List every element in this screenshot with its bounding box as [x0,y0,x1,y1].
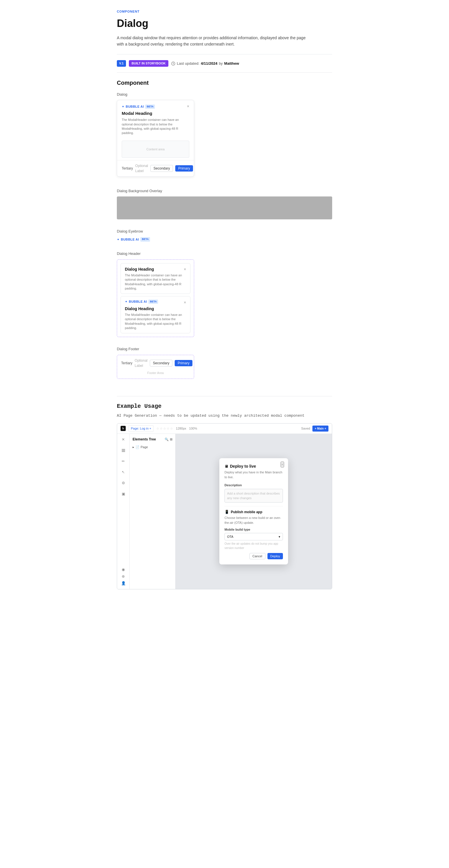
resolution-label: 1280px [176,426,186,431]
sidebar-pencil-icon[interactable]: ✏ [120,458,127,465]
content-area-label: Content area [146,147,165,152]
secondary-button[interactable]: Secondary [150,165,173,172]
meta-updated: Last updated: 4/11/2024 by Matthew [171,61,239,66]
zoom-label: 100% [189,426,197,431]
dialog-eyebrow-section: Dialog Eyebrow ✦ BUBBLE AI BETA [117,228,332,242]
main-button[interactable]: + Main + [312,426,328,432]
meta-bar: V.1 BUILT IN STORYBOOK Last updated: 4/1… [117,60,332,67]
dialog-header-item-2-close[interactable]: × [184,301,186,304]
modal-description: The ModalHeader container can have an op… [122,118,187,135]
clock-icon [171,62,175,66]
update-date: 4/11/2024 [201,61,217,66]
svg-rect-1 [122,449,125,450]
eyebrow-standalone: ✦ BUBBLE AI BETA [117,237,332,242]
tertiary-button[interactable]: Tertiary [122,165,133,172]
component-label: COMPONENT [117,9,332,14]
dialog-preview-footer: Tertiary Optional Label Secondary Primar… [117,160,194,177]
section-component-title: Component [117,79,332,87]
tree-page-item: ▸ 📄 Page [133,444,172,450]
editor-stars: ☆ ☆ ☆ ☆ ☆ [156,426,173,431]
bubble-ai-text: BUBBLE AI [126,104,144,109]
svg-rect-2 [122,450,125,451]
editor-body: ✕ ✏ ↖ ⚙ ▣ ◉ ⊕ 👤 [117,434,332,589]
footer-secondary-btn[interactable]: Secondary [150,360,172,367]
dialog-header-item-1: Dialog Heading × The ModalHeader contain… [121,263,190,294]
description-label: Description [224,483,283,488]
dialog-header-item-2-eyebrow: ✦ BUBBLE AI BETA [125,299,158,305]
page-description: A modal dialog window that requires atte… [117,35,312,48]
dialog-footer-dashed-box: Tertiary Optional Label Secondary Primar… [117,355,194,379]
dialog-header-item-2: ✦ BUBBLE AI BETA × Dialog Heading The Mo… [121,296,190,333]
dialog-close-button[interactable]: × [187,104,189,108]
dialog-content-area: Content area [122,141,189,158]
ota-select[interactable]: OTA ▾ [224,533,283,541]
dialog-header-item-2-row: ✦ BUBBLE AI BETA × [125,299,186,305]
sidebar-bottom-icon-2[interactable]: ⊕ [120,573,127,580]
eyebrow-standalone-text: BUBBLE AI [121,237,139,242]
bg-overlay-preview [117,196,332,219]
description-textarea[interactable]: Add a short description that describes a… [224,489,283,503]
dialog-footer-row: Tertiary Optional Label Secondary Primar… [121,358,190,368]
sidebar-bottom-icon-1[interactable]: ◉ [120,566,127,573]
eyebrow-text-2: BUBBLE AI [129,299,147,304]
dialog-header-item-1-title: Dialog Heading [125,266,154,272]
deploy-dialog-close-btn[interactable]: × [281,462,284,467]
mobile-build-type-label: Mobile build type [224,527,283,532]
dialog-preview-card: ✦ BUBBLE AI BETA Modal Heading The Modal… [117,100,194,177]
dialog-header-label: Dialog Header [117,251,332,256]
sidebar-close-icon[interactable]: ✕ [120,436,127,443]
deploy-footer-buttons: Cancel Deploy [224,553,283,559]
ota-note: Over the air updates do not bump you app… [224,541,283,550]
publish-desc: Choose between a new build or an over-th… [224,516,283,525]
modal-heading: Modal Heading [122,110,187,117]
search-icon[interactable]: 🔍 [165,437,169,442]
mobile-build-type-row: Mobile build type OTA ▾ [224,527,283,540]
page-title: Dialog [117,16,332,31]
deploy-button[interactable]: Deploy [267,553,283,559]
grid-icon[interactable]: ⊞ [170,437,172,442]
dialog-header-section: Dialog Header Dialog Heading × The Modal… [117,251,332,337]
bg-overlay-section: Dialog Background Overlay [117,188,332,220]
footer-area-label: Footer Area [121,368,190,376]
eyebrow-icon-2: ✦ [125,299,127,304]
eyebrow-row: ✦ BUBBLE AI BETA [122,104,187,109]
phone-icon: 📱 [224,509,229,515]
example-usage-section: Example Usage AI Page Generation — needs… [117,402,332,589]
dialog-header-left: ✦ BUBBLE AI BETA Modal Heading The Modal… [122,104,187,135]
sidebar-bottom-icon-3[interactable]: 👤 [120,580,127,587]
deploy-dialog-title: 🖥 Deploy to live [224,463,283,469]
storybook-badge[interactable]: BUILT IN STORYBOOK [129,60,169,67]
sidebar-layers-icon[interactable] [120,447,127,454]
editor-canvas: × 🖥 Deploy to live Deploy what you have … [175,434,332,589]
publish-section-row: 📱 Publish mobile app [224,509,283,515]
saved-label: Saved [301,426,310,431]
dialog-header-item-1-close[interactable]: × [184,267,186,271]
author-name: Matthew [224,61,239,66]
page-tab[interactable]: Page: Log in + [129,425,154,432]
editor-sidebar: ✕ ✏ ↖ ⚙ ▣ ◉ ⊕ 👤 [117,434,130,589]
svg-rect-3 [122,451,125,452]
eyebrow-row-2: ✦ BUBBLE AI BETA [125,299,158,304]
version-badge[interactable]: V.1 [117,60,126,67]
footer-primary-btn[interactable]: Primary [175,360,192,366]
bubble-ai-icon: ✦ [122,104,124,109]
example-usage-title: Example Usage [117,402,332,411]
dialog-header-item-2-title: Dialog Heading [125,306,186,312]
editor-topbar: b Page: Log in + ☆ ☆ ☆ ☆ ☆ 1280px 100% S… [117,424,332,434]
dialog-header-item-2-desc: The ModalHeader container can have an op… [125,313,186,331]
footer-tertiary-btn[interactable]: Tertiary [121,360,132,366]
eyebrow-standalone-beta: BETA [140,237,150,242]
footer-optional-label: Optional Label [135,358,148,368]
editor-left-panel: Elements Tree 🔍 ⊞ ▸ 📄 Page [130,434,175,589]
beta-badge: BETA [145,104,155,109]
deploy-divider [224,506,283,506]
primary-button[interactable]: Primary [175,165,193,172]
divider-meta [117,72,332,73]
sidebar-box-icon[interactable]: ▣ [120,491,127,497]
sidebar-gear-icon[interactable]: ⚙ [120,480,127,487]
dialog-footer-label: Dialog Footer [117,346,332,352]
component-subtitle: Dialog [117,92,332,97]
cancel-button[interactable]: Cancel [249,553,265,559]
sidebar-cursor-icon[interactable]: ↖ [120,469,127,476]
optional-label: Optional Label [135,163,148,174]
